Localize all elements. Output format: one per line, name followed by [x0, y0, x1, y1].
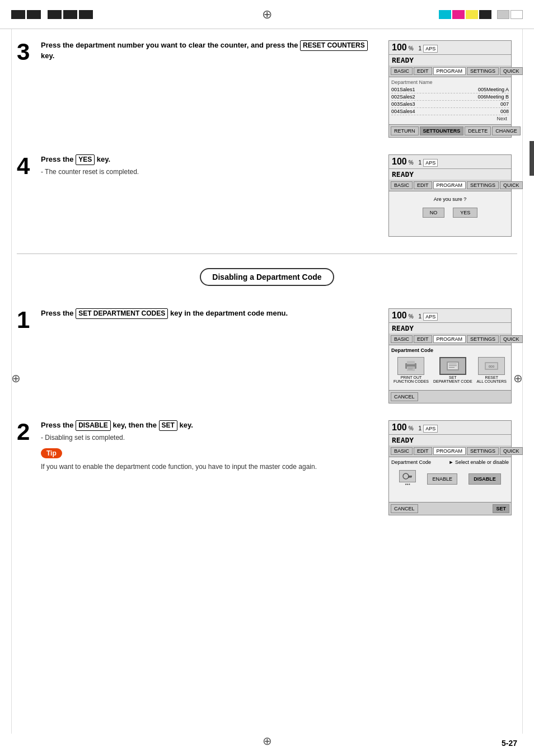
svg-rect-15 — [410, 477, 411, 478]
step-1-disable-number: 1 — [17, 308, 36, 332]
screen-tab-quick[interactable]: QUICK — [500, 67, 523, 75]
screen-dc-tabs: BASIC EDIT PROGRAM SETTINGS QUICK — [389, 334, 511, 345]
btn-ed-set[interactable]: SET — [493, 504, 509, 513]
screen-dc-tab-quick[interactable]: QUICK — [500, 335, 523, 343]
step-2-disable-screen: 100 % 1 APS READY BASIC EDIT PROGRAM SET… — [388, 420, 517, 521]
tip-block: Tip If you want to enable the department… — [41, 448, 317, 472]
btn-enable[interactable]: ENABLE — [427, 473, 457, 485]
screen-4-tab-edit[interactable]: EDIT — [414, 181, 432, 189]
screen-4-header: 100 % 1 APS — [389, 155, 511, 169]
key-disable: DISABLE — [76, 420, 111, 431]
bottom-crosshair: ⊕ — [263, 734, 272, 748]
step-4-title: Press the YES key. — [41, 154, 139, 165]
top-bar-right-blocks — [439, 10, 523, 19]
screen-4-tab-program[interactable]: PROGRAM — [433, 181, 466, 189]
printer-icon — [403, 360, 419, 372]
key-set: SET — [159, 420, 177, 431]
screen-4: 100 % 1 APS READY BASIC EDIT PROGRAM SET… — [388, 154, 512, 237]
svg-rect-8 — [449, 365, 457, 366]
screen-ed-tab-quick[interactable]: QUICK — [500, 447, 523, 455]
top-center-crosshair: ⊕ — [262, 7, 272, 22]
screen-dc-tab-edit[interactable]: EDIT — [414, 335, 432, 343]
dept-set-icon — [445, 360, 461, 372]
screen-4-tabs: BASIC EDIT PROGRAM SETTINGS QUICK — [389, 180, 511, 191]
btn-disable[interactable]: DISABLE — [469, 473, 501, 485]
screen-tab-program[interactable]: PROGRAM — [433, 67, 466, 75]
step-4-content: Press the YES key. - The counter reset i… — [41, 154, 139, 177]
step-1-disable-left: 1 Press the SET DEPARTMENT CODES key in … — [17, 308, 377, 409]
step-1-disable-screen: 100 % 1 APS READY BASIC EDIT PROGRAM SET… — [388, 308, 517, 409]
chapter-tab: 5 — [530, 141, 534, 176]
screen-row-1: 001Sales1005Meeting A — [391, 86, 509, 93]
step-2-disable-title: Press the DISABLE key, then the SET key. — [41, 420, 317, 431]
step-2-disable-content: Press the DISABLE key, then the SET key.… — [41, 420, 317, 472]
key-icon-area: *** — [399, 470, 416, 487]
screen-ed-tab-settings[interactable]: SETTINGS — [467, 447, 499, 455]
top-bar-left-blocks — [11, 10, 93, 19]
step-3-screen: 100 % 1 APS READY BASIC EDIT PROGRAM SET… — [388, 40, 517, 143]
screen-4-tab-quick[interactable]: QUICK — [500, 181, 523, 189]
step-1-disable-key: SET DEPARTMENT CODES — [76, 308, 168, 319]
svg-rect-1 — [407, 361, 415, 364]
btn-delete[interactable]: DELETE — [465, 126, 491, 135]
step-4-number: 4 — [17, 154, 36, 178]
screen-dept-code: 100 % 1 APS READY BASIC EDIT PROGRAM SET… — [388, 308, 512, 403]
section-header-row: Disabling a Department Code — [17, 262, 517, 297]
step-2-disable-section: 2 Press the DISABLE key, then the SET ke… — [17, 420, 517, 521]
btn-settounters[interactable]: SETTOUNTERS — [420, 126, 464, 135]
svg-rect-4 — [408, 369, 413, 369]
step-2-disable-number: 2 — [17, 420, 36, 444]
step-3-content: Press the department number you want to … — [41, 40, 377, 63]
screen-enable-disable: 100 % 1 APS READY BASIC EDIT PROGRAM SET… — [388, 420, 512, 515]
screen-4-tab-settings[interactable]: SETTINGS — [467, 181, 499, 189]
screen-ed-header: 100 % 1 APS — [389, 421, 511, 435]
svg-rect-7 — [449, 364, 457, 364]
dept-icon-reset[interactable]: 000 RESETALL COUNTERS — [477, 357, 507, 383]
btn-dc-cancel[interactable]: CANCEL — [391, 392, 418, 401]
svg-rect-14 — [408, 476, 412, 477]
dept-icon-print[interactable]: PRINT OUTFUNCTION CODES — [394, 357, 429, 383]
next-indicator: Next — [391, 115, 509, 122]
section-divider-line — [17, 253, 517, 254]
screen-3-status: READY — [389, 55, 511, 65]
screen-row-3: 003Sales3007 — [391, 101, 509, 108]
page-number: 5-27 — [502, 739, 517, 748]
screen-ed-tab-edit[interactable]: EDIT — [414, 447, 432, 455]
btn-change[interactable]: CHANGE — [492, 126, 521, 135]
step-3-left: 3 Press the department number you want t… — [17, 40, 377, 143]
screen-dc-tab-basic[interactable]: BASIC — [391, 335, 413, 343]
screen-4-body: Are you sure ? NO YES — [389, 191, 511, 236]
step-4-screen: 100 % 1 APS READY BASIC EDIT PROGRAM SET… — [388, 154, 517, 242]
screen-tab-settings[interactable]: SETTINGS — [467, 67, 499, 75]
tip-text: If you want to enable the department cod… — [41, 462, 317, 472]
step-4-section: 4 Press the YES key. - The counter reset… — [17, 154, 517, 242]
screen-row-2: 002Sales2006Meeting B — [391, 93, 509, 101]
dept-icon-set[interactable]: SETDEPARTMENT CODE — [433, 357, 472, 383]
screen-ed-status: READY — [389, 435, 511, 445]
screen-tab-basic[interactable]: BASIC — [391, 67, 413, 75]
screen-dc-header: 100 % 1 APS — [389, 309, 511, 323]
btn-yes[interactable]: YES — [453, 208, 477, 218]
screen-dc-body: Department Code — [389, 345, 511, 390]
svg-rect-16 — [409, 477, 410, 478]
step-3-key: RESET COUNTERS — [300, 40, 368, 51]
screen-3-body: Department Name 001Sales1005Meeting A 00… — [389, 77, 511, 124]
svg-text:000: 000 — [489, 365, 495, 368]
step-3-number: 3 — [17, 40, 36, 64]
screen-dc-tab-program[interactable]: PROGRAM — [433, 335, 466, 343]
screen-dc-buttons: CANCEL — [389, 390, 511, 403]
screen-tab-edit[interactable]: EDIT — [414, 67, 432, 75]
reset-counter-icon: 000 — [484, 360, 499, 372]
screen-ed-tab-program[interactable]: PROGRAM — [433, 447, 466, 455]
btn-return[interactable]: RETURN — [391, 126, 419, 135]
screen-dc-tab-settings[interactable]: SETTINGS — [467, 335, 499, 343]
screen-ed-tab-basic[interactable]: BASIC — [391, 447, 413, 455]
section-title: Disabling a Department Code — [200, 268, 334, 286]
screen-4-tab-basic[interactable]: BASIC — [391, 181, 413, 189]
btn-no[interactable]: NO — [423, 208, 445, 218]
btn-ed-cancel[interactable]: CANCEL — [391, 504, 418, 513]
key-icon — [402, 472, 413, 481]
screen-4-status: READY — [389, 169, 511, 180]
step-4-key: YES — [76, 154, 95, 165]
screen-3-header: 100 % 1 APS — [389, 41, 511, 55]
